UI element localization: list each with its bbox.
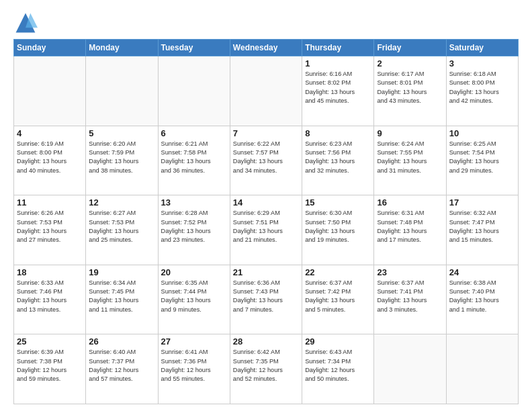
day-number: 22 [305, 267, 371, 277]
day-info: Sunrise: 6:37 AMSunset: 7:41 PMDaylight:… [377, 279, 443, 314]
day-info: Sunrise: 6:31 AMSunset: 7:48 PMDaylight:… [377, 209, 443, 244]
day-info: Sunrise: 6:16 AMSunset: 8:02 PMDaylight:… [305, 70, 371, 105]
day-number: 23 [377, 267, 443, 277]
week-row-5: 25Sunrise: 6:39 AMSunset: 7:38 PMDayligh… [14, 334, 519, 404]
calendar-cell: 6Sunrise: 6:21 AMSunset: 7:58 PMDaylight… [158, 126, 230, 195]
calendar-cell: 14Sunrise: 6:29 AMSunset: 7:51 PMDayligh… [230, 195, 302, 265]
calendar-cell [374, 334, 446, 404]
day-number: 27 [161, 336, 227, 347]
day-info: Sunrise: 6:21 AMSunset: 7:58 PMDaylight:… [161, 140, 227, 175]
day-number: 8 [305, 128, 371, 138]
day-header-saturday: Saturday [446, 40, 518, 56]
day-number: 3 [449, 58, 515, 68]
page: SundayMondayTuesdayWednesdayThursdayFrid… [0, 0, 532, 411]
day-info: Sunrise: 6:30 AMSunset: 7:50 PMDaylight:… [305, 209, 371, 244]
day-number: 26 [89, 336, 154, 347]
day-number: 20 [161, 267, 227, 277]
calendar-cell: 20Sunrise: 6:35 AMSunset: 7:44 PMDayligh… [158, 265, 230, 334]
day-info: Sunrise: 6:25 AMSunset: 7:54 PMDaylight:… [449, 140, 515, 175]
calendar-cell: 13Sunrise: 6:28 AMSunset: 7:52 PMDayligh… [158, 195, 230, 265]
day-number: 2 [377, 58, 443, 68]
day-info: Sunrise: 6:29 AMSunset: 7:51 PMDaylight:… [233, 209, 299, 244]
calendar-cell: 16Sunrise: 6:31 AMSunset: 7:48 PMDayligh… [374, 195, 446, 265]
calendar-cell [86, 56, 158, 126]
calendar-cell [230, 56, 302, 126]
day-header-monday: Monday [86, 40, 158, 56]
calendar-cell: 5Sunrise: 6:20 AMSunset: 7:59 PMDaylight… [86, 126, 158, 195]
day-info: Sunrise: 6:35 AMSunset: 7:44 PMDaylight:… [161, 279, 227, 314]
logo-icon [13, 11, 38, 35]
calendar-cell: 2Sunrise: 6:17 AMSunset: 8:01 PMDaylight… [374, 56, 446, 126]
calendar-cell: 18Sunrise: 6:33 AMSunset: 7:46 PMDayligh… [14, 265, 86, 334]
day-number: 29 [305, 336, 371, 347]
day-number: 9 [377, 128, 443, 138]
calendar-cell [446, 334, 518, 404]
day-number: 6 [161, 128, 227, 138]
day-number: 15 [305, 197, 371, 208]
day-info: Sunrise: 6:28 AMSunset: 7:52 PMDaylight:… [161, 209, 227, 244]
day-number: 24 [449, 267, 515, 277]
day-info: Sunrise: 6:38 AMSunset: 7:40 PMDaylight:… [449, 279, 515, 314]
calendar-cell [158, 56, 230, 126]
week-row-2: 4Sunrise: 6:19 AMSunset: 8:00 PMDaylight… [14, 126, 519, 195]
day-number: 5 [89, 128, 154, 138]
calendar-table: SundayMondayTuesdayWednesdayThursdayFrid… [13, 39, 519, 404]
day-header-thursday: Thursday [302, 40, 374, 56]
calendar-cell: 21Sunrise: 6:36 AMSunset: 7:43 PMDayligh… [230, 265, 302, 334]
calendar-cell: 7Sunrise: 6:22 AMSunset: 7:57 PMDaylight… [230, 126, 302, 195]
calendar-cell: 23Sunrise: 6:37 AMSunset: 7:41 PMDayligh… [374, 265, 446, 334]
day-info: Sunrise: 6:43 AMSunset: 7:34 PMDaylight:… [305, 348, 371, 383]
day-number: 28 [233, 336, 299, 347]
day-info: Sunrise: 6:33 AMSunset: 7:46 PMDaylight:… [17, 279, 83, 314]
day-number: 13 [161, 197, 227, 208]
day-info: Sunrise: 6:42 AMSunset: 7:35 PMDaylight:… [233, 348, 299, 383]
calendar-cell: 9Sunrise: 6:24 AMSunset: 7:55 PMDaylight… [374, 126, 446, 195]
day-info: Sunrise: 6:27 AMSunset: 7:53 PMDaylight:… [89, 209, 154, 244]
day-info: Sunrise: 6:22 AMSunset: 7:57 PMDaylight:… [233, 140, 299, 175]
day-info: Sunrise: 6:19 AMSunset: 8:00 PMDaylight:… [17, 140, 83, 175]
day-info: Sunrise: 6:18 AMSunset: 8:00 PMDaylight:… [449, 70, 515, 105]
calendar-cell: 19Sunrise: 6:34 AMSunset: 7:45 PMDayligh… [86, 265, 158, 334]
day-number: 1 [305, 58, 371, 68]
day-header-tuesday: Tuesday [158, 40, 230, 56]
calendar-cell: 1Sunrise: 6:16 AMSunset: 8:02 PMDaylight… [302, 56, 374, 126]
calendar-cell: 28Sunrise: 6:42 AMSunset: 7:35 PMDayligh… [230, 334, 302, 404]
logo [13, 11, 42, 35]
calendar-cell: 11Sunrise: 6:26 AMSunset: 7:53 PMDayligh… [14, 195, 86, 265]
week-row-3: 11Sunrise: 6:26 AMSunset: 7:53 PMDayligh… [14, 195, 519, 265]
day-info: Sunrise: 6:40 AMSunset: 7:37 PMDaylight:… [89, 348, 154, 383]
day-header-sunday: Sunday [14, 40, 86, 56]
day-info: Sunrise: 6:41 AMSunset: 7:36 PMDaylight:… [161, 348, 227, 383]
calendar-cell: 26Sunrise: 6:40 AMSunset: 7:37 PMDayligh… [86, 334, 158, 404]
week-row-1: 1Sunrise: 6:16 AMSunset: 8:02 PMDaylight… [14, 56, 519, 126]
day-info: Sunrise: 6:37 AMSunset: 7:42 PMDaylight:… [305, 279, 371, 314]
day-info: Sunrise: 6:17 AMSunset: 8:01 PMDaylight:… [377, 70, 443, 105]
calendar-cell: 12Sunrise: 6:27 AMSunset: 7:53 PMDayligh… [86, 195, 158, 265]
header [13, 11, 519, 35]
calendar-cell: 24Sunrise: 6:38 AMSunset: 7:40 PMDayligh… [446, 265, 518, 334]
day-info: Sunrise: 6:36 AMSunset: 7:43 PMDaylight:… [233, 279, 299, 314]
calendar-cell: 29Sunrise: 6:43 AMSunset: 7:34 PMDayligh… [302, 334, 374, 404]
calendar-cell: 3Sunrise: 6:18 AMSunset: 8:00 PMDaylight… [446, 56, 518, 126]
day-number: 14 [233, 197, 299, 208]
day-info: Sunrise: 6:39 AMSunset: 7:38 PMDaylight:… [17, 348, 83, 383]
calendar-cell: 25Sunrise: 6:39 AMSunset: 7:38 PMDayligh… [14, 334, 86, 404]
day-number: 16 [377, 197, 443, 208]
calendar-cell [14, 56, 86, 126]
day-number: 21 [233, 267, 299, 277]
day-number: 11 [17, 197, 83, 208]
day-number: 19 [89, 267, 154, 277]
day-number: 17 [449, 197, 515, 208]
calendar-cell: 22Sunrise: 6:37 AMSunset: 7:42 PMDayligh… [302, 265, 374, 334]
day-info: Sunrise: 6:26 AMSunset: 7:53 PMDaylight:… [17, 209, 83, 244]
day-info: Sunrise: 6:32 AMSunset: 7:47 PMDaylight:… [449, 209, 515, 244]
calendar-header-row: SundayMondayTuesdayWednesdayThursdayFrid… [14, 40, 519, 56]
day-info: Sunrise: 6:24 AMSunset: 7:55 PMDaylight:… [377, 140, 443, 175]
day-header-friday: Friday [374, 40, 446, 56]
week-row-4: 18Sunrise: 6:33 AMSunset: 7:46 PMDayligh… [14, 265, 519, 334]
calendar-cell: 8Sunrise: 6:23 AMSunset: 7:56 PMDaylight… [302, 126, 374, 195]
day-info: Sunrise: 6:34 AMSunset: 7:45 PMDaylight:… [89, 279, 154, 314]
calendar-cell: 4Sunrise: 6:19 AMSunset: 8:00 PMDaylight… [14, 126, 86, 195]
calendar-cell: 15Sunrise: 6:30 AMSunset: 7:50 PMDayligh… [302, 195, 374, 265]
day-info: Sunrise: 6:20 AMSunset: 7:59 PMDaylight:… [89, 140, 154, 175]
